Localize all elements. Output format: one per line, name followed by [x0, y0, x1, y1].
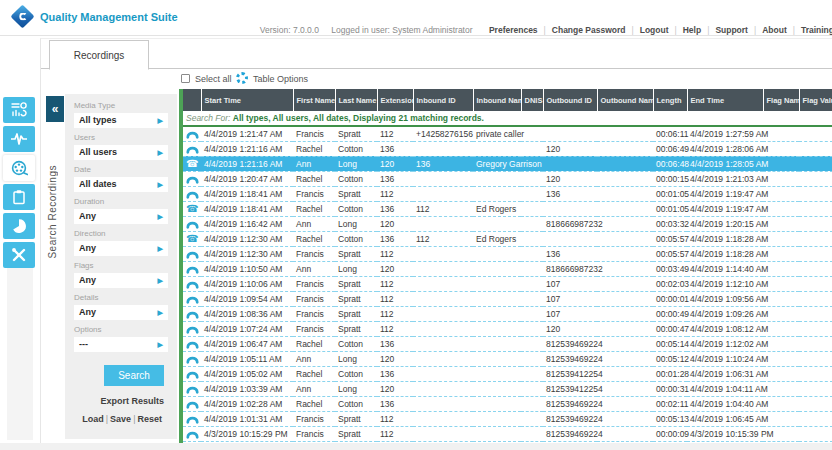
column-header-flag-value[interactable]: Flag Value	[799, 89, 832, 111]
table-row[interactable]: 4/4/2019 1:18:41 AMFrancisSpratt11213600…	[183, 186, 832, 201]
column-header-end-time[interactable]: End Time	[687, 89, 763, 111]
select-all-checkbox[interactable]	[181, 74, 190, 83]
dashboard-icon	[11, 102, 27, 118]
column-header-flag-name[interactable]: Flag Name	[763, 89, 799, 111]
header-link-preferences[interactable]: Preferences	[489, 25, 538, 35]
header-link-about[interactable]: About	[762, 25, 787, 35]
column-header-inbound-id[interactable]: Inbound ID	[413, 89, 473, 111]
load-link[interactable]: Load	[82, 414, 104, 424]
table-cell	[799, 141, 832, 156]
table-cell	[597, 216, 653, 231]
filter-select-date[interactable]: All dates ▶	[74, 177, 168, 192]
table-cell: Ann	[293, 381, 335, 396]
table-cell: Ann	[293, 156, 335, 171]
table-row[interactable]: 4/4/2019 1:10:50 AMAnnLong12081866698723…	[183, 261, 832, 276]
table-row[interactable]: 4/4/2019 1:10:06 AMFrancisSpratt11210700…	[183, 276, 832, 291]
table-row[interactable]: ☎4/4/2019 1:18:41 AMRachelCotton136112Ed…	[183, 201, 832, 216]
filter-select-direction[interactable]: Any ▶	[74, 241, 168, 256]
filter-select-options[interactable]: --- ▶	[74, 337, 168, 352]
filter-select-details[interactable]: Any ▶	[74, 305, 168, 320]
tab-recordings[interactable]: Recordings	[49, 40, 149, 70]
reset-link[interactable]: Reset	[137, 414, 162, 424]
filter-value: ---	[79, 337, 88, 352]
summary-text: All types, All users, All dates, Display…	[233, 113, 484, 123]
column-header-extension[interactable]: Extension	[377, 89, 413, 111]
table-cell: 00:00:49	[653, 306, 687, 321]
header-link-logout[interactable]: Logout	[640, 25, 669, 35]
column-header-icon[interactable]	[183, 89, 201, 111]
table-cell	[473, 216, 521, 231]
handset-icon	[186, 428, 199, 438]
table-cell: 120	[377, 156, 413, 171]
filter-select-flags[interactable]: Any ▶	[74, 273, 168, 288]
table-row[interactable]: 4/3/2019 10:15:29 PMFrancisSpratt1128125…	[183, 426, 832, 441]
column-header-outbound-name[interactable]: Outbound Name	[597, 89, 653, 111]
table-row[interactable]: 4/4/2019 1:16:42 AMAnnLong12081866698723…	[183, 216, 832, 231]
sidebar-item-audio-activity[interactable]	[3, 126, 35, 152]
column-header-first-name[interactable]: First Name	[293, 89, 335, 111]
collapse-panel-button[interactable]: «	[46, 96, 64, 122]
sidebar-item-evaluations[interactable]	[3, 184, 35, 210]
table-cell: 812539469224	[543, 336, 597, 351]
table-options-icon[interactable]	[236, 72, 248, 84]
handset-icon	[186, 128, 199, 138]
table-cell: 4/4/2019 1:12:30 AM	[201, 231, 293, 246]
table-row[interactable]: ☎4/4/2019 1:21:16 AMAnnLong120136Gregory…	[183, 156, 832, 171]
table-cell	[543, 201, 597, 216]
table-cell: 4/4/2019 1:06:47 AM	[201, 336, 293, 351]
table-row[interactable]: 4/4/2019 1:06:47 AMRachelCotton136812539…	[183, 336, 832, 351]
table-row[interactable]: 4/4/2019 1:21:47 AMFrancisSpratt112+1425…	[183, 126, 832, 141]
table-row[interactable]: 4/4/2019 1:09:54 AMFrancisSpratt11210700…	[183, 291, 832, 306]
header-link-training[interactable]: Training	[801, 25, 832, 35]
filter-value: Any	[79, 209, 96, 224]
filter-select-duration[interactable]: Any ▶	[74, 209, 168, 224]
table-cell: 107	[543, 291, 597, 306]
link-separator: |	[707, 25, 709, 35]
table-row[interactable]: 4/4/2019 1:20:47 AMRachelCotton13612000:…	[183, 171, 832, 186]
table-cell: 4/4/2019 1:06:31 AM	[687, 366, 763, 381]
table-row[interactable]: 4/4/2019 1:07:24 AMFrancisSpratt11212000…	[183, 321, 832, 336]
column-header-length[interactable]: Length	[653, 89, 687, 111]
column-header-last-name[interactable]: Last Name	[335, 89, 377, 111]
table-row[interactable]: 4/4/2019 1:01:31 AMFrancisSpratt11281253…	[183, 411, 832, 426]
table-cell: 136	[413, 156, 473, 171]
table-row[interactable]: 4/4/2019 1:05:02 AMRachelCotton136812539…	[183, 366, 832, 381]
table-cell: 112	[377, 291, 413, 306]
column-header-dnis[interactable]: DNIS	[521, 89, 543, 111]
table-options-label[interactable]: Table Options	[253, 74, 308, 84]
search-button[interactable]: Search	[104, 365, 164, 386]
export-results-link[interactable]: Export Results	[74, 396, 164, 406]
table-cell	[543, 156, 597, 171]
table-row[interactable]: 4/4/2019 1:12:30 AMFrancisSpratt11213600…	[183, 246, 832, 261]
table-cell	[597, 381, 653, 396]
table-row[interactable]: 4/4/2019 1:21:16 AMRachelCotton13612000:…	[183, 141, 832, 156]
sidebar-item-administration[interactable]	[3, 242, 35, 268]
filter-select-media-type[interactable]: All types ▶	[74, 113, 168, 128]
header-link-support[interactable]: Support	[715, 25, 748, 35]
table-row[interactable]: 4/4/2019 1:03:39 AMAnnLong12081253941225…	[183, 381, 832, 396]
table-cell: Francis	[293, 186, 335, 201]
sidebar-item-reports[interactable]	[3, 213, 35, 239]
column-header-start-time[interactable]: Start Time	[201, 89, 293, 111]
table-row[interactable]: ☎4/4/2019 1:12:30 AMRachelCotton136112Ed…	[183, 231, 832, 246]
table-cell	[413, 426, 473, 441]
app-window: Quality Management Suite Version: 7.0.0.…	[0, 0, 832, 450]
table-cell: 00:01:28	[653, 366, 687, 381]
table-cell	[799, 396, 832, 411]
table-cell	[597, 321, 653, 336]
column-header-inbound-name[interactable]: Inbound Name	[473, 89, 521, 111]
filter-select-users[interactable]: All users ▶	[74, 145, 168, 160]
header-link-help[interactable]: Help	[683, 25, 701, 35]
sidebar-item-dashboard[interactable]	[3, 97, 35, 123]
table-row[interactable]: 4/4/2019 1:05:11 AMAnnLong12081253946922…	[183, 351, 832, 366]
sidebar-item-search-recordings[interactable]	[3, 155, 35, 181]
header-link-change-password[interactable]: Change Password	[552, 25, 626, 35]
table-row[interactable]: 4/4/2019 1:08:36 AMFrancisSpratt11210700…	[183, 306, 832, 321]
save-link[interactable]: Save	[110, 414, 131, 424]
table-cell	[763, 261, 799, 276]
table-cell	[799, 306, 832, 321]
handset-icon	[186, 368, 199, 378]
table-cell: 4/4/2019 1:27:59 AM	[687, 126, 763, 141]
table-row[interactable]: 4/4/2019 1:02:28 AMRachelCotton136812539…	[183, 396, 832, 411]
column-header-outbound-id[interactable]: Outbound ID	[543, 89, 597, 111]
